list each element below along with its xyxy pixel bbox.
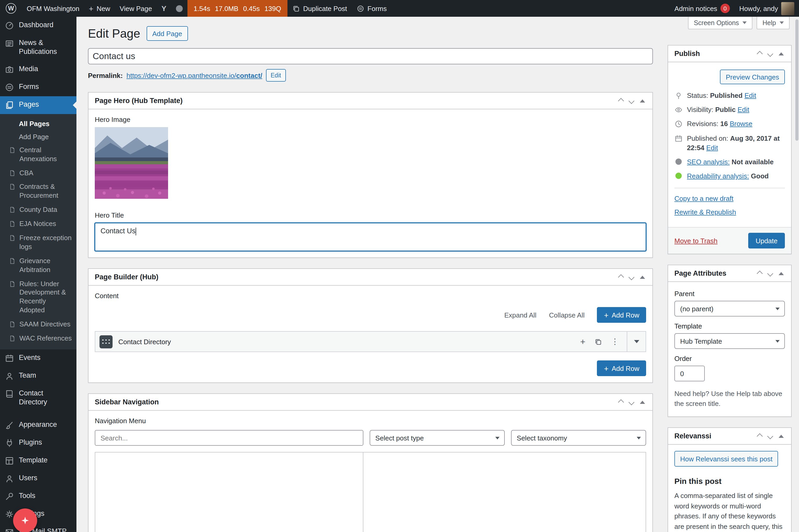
collapse-icon[interactable] — [779, 434, 784, 438]
parent-select[interactable]: (no parent) — [674, 301, 785, 317]
scrollbar-thumb[interactable] — [795, 19, 798, 141]
yoast-menu[interactable]: Y — [157, 0, 171, 17]
sidebar-item-page[interactable]: Grievance Arbitration — [0, 254, 76, 277]
kebab-menu-icon[interactable]: ⋮ — [611, 337, 619, 346]
view-page-link[interactable]: View Page — [115, 0, 157, 17]
sidebar-item-contact-directory[interactable]: Contact Directory — [0, 385, 76, 411]
sidebar-item-page[interactable]: EJA Notices — [0, 217, 76, 231]
my-account-menu[interactable]: Howdy, andy — [734, 0, 799, 17]
available-items-pane[interactable] — [95, 453, 363, 532]
sidebar-item-page[interactable]: County Data — [0, 203, 76, 217]
status-dot-menu[interactable] — [171, 0, 187, 17]
sidebar-item-add-page[interactable]: Add Page — [0, 130, 76, 143]
post-type-select[interactable]: Select post type — [370, 430, 505, 446]
collapse-icon[interactable] — [640, 99, 645, 102]
forms-menu[interactable]: Forms — [352, 0, 392, 17]
order-input[interactable] — [674, 366, 705, 382]
sidebar-item-page[interactable]: Rules: Under Development & Recently Adop… — [0, 277, 76, 318]
move-down-icon[interactable] — [629, 274, 635, 280]
query-monitor-stats[interactable]: 1.54s 17.0MB 0.45s 139Q — [187, 0, 288, 17]
add-page-button[interactable]: Add Page — [147, 26, 188, 41]
sidebar-item-forms[interactable]: Forms — [0, 78, 76, 96]
move-up-icon[interactable] — [757, 270, 763, 277]
site-name[interactable]: OFM Washington — [22, 0, 84, 17]
sidebar-item-page[interactable]: Contracts & Procurement — [0, 180, 76, 203]
permalink-link[interactable]: https://dev-ofm2-wp.pantheonsite.io/cont… — [126, 71, 262, 79]
sidebar-item-all-pages[interactable]: All Pages — [0, 117, 76, 130]
sidebar-item-plugins[interactable]: Plugins — [0, 434, 76, 452]
help-button[interactable]: Help — [757, 17, 789, 29]
add-row-button[interactable]: +Add Row — [597, 360, 646, 376]
duplicate-post-menu[interactable]: Duplicate Post — [288, 0, 352, 17]
drag-handle-icon[interactable] — [99, 335, 113, 348]
how-relevanssi-sees-button[interactable]: How Relevanssi sees this post — [674, 451, 778, 467]
sidebar-item-appearance[interactable]: Appearance — [0, 416, 76, 434]
sidebar-item-label: Central Annexations — [19, 146, 72, 164]
collapse-all-link[interactable]: Collapse All — [549, 311, 585, 319]
move-up-icon[interactable] — [757, 51, 763, 57]
sidebar-item-wp-mail-smtp[interactable]: WP Mail SMTP — [0, 523, 76, 532]
chat-bubble[interactable] — [13, 509, 37, 532]
new-content-menu[interactable]: +New — [84, 0, 115, 17]
sidebar-item-page[interactable]: CBA — [0, 166, 76, 180]
collapse-icon[interactable] — [640, 276, 645, 279]
browse-revisions-link[interactable]: Browse — [730, 120, 752, 128]
navigation-menu-label: Navigation Menu — [95, 417, 646, 425]
move-to-trash-link[interactable]: Move to Trash — [674, 237, 718, 245]
hero-image-thumbnail[interactable] — [95, 127, 168, 199]
template-select[interactable]: Hub Template — [674, 334, 785, 349]
selected-items-pane[interactable] — [363, 453, 646, 532]
collapse-icon[interactable] — [779, 52, 784, 55]
edit-visibility-link[interactable]: Edit — [738, 106, 749, 114]
sidebar-item-page[interactable]: Central Annexations — [0, 143, 76, 166]
move-down-icon[interactable] — [767, 433, 773, 439]
collapse-icon[interactable] — [640, 400, 645, 403]
move-up-icon[interactable] — [757, 433, 763, 439]
sidebar-item-page[interactable]: SAAM Directives — [0, 318, 76, 331]
sidebar-item-tools[interactable]: Tools — [0, 487, 76, 505]
seo-analysis-link[interactable]: SEO analysis: — [687, 158, 730, 166]
sidebar-item-pages[interactable]: Pages — [0, 96, 76, 114]
preview-changes-button[interactable]: Preview Changes — [720, 70, 785, 84]
post-title-input[interactable] — [88, 48, 653, 64]
copy-to-new-draft-link[interactable]: Copy to a new draft — [674, 195, 733, 203]
move-down-icon[interactable] — [767, 51, 773, 57]
edit-date-link[interactable]: Edit — [706, 144, 718, 152]
permalink-edit-button[interactable]: Edit — [266, 69, 286, 82]
screen-options-button[interactable]: Screen Options — [688, 17, 752, 29]
page-icon — [9, 183, 16, 191]
sidebar-item-events[interactable]: Events — [0, 349, 76, 367]
move-down-icon[interactable] — [629, 98, 635, 104]
layout-icon — [5, 456, 14, 465]
sidebar-item-users[interactable]: Users — [0, 470, 76, 487]
sidebar-item-page[interactable]: Freeze exception logs — [0, 231, 76, 254]
hero-title-textarea[interactable]: Contact Us — [95, 223, 646, 251]
add-layout-icon[interactable]: + — [580, 337, 585, 346]
readability-analysis-link[interactable]: Readability analysis: — [687, 172, 749, 180]
sidebar-item-news-publications[interactable]: News & Publications — [0, 35, 76, 61]
search-input[interactable] — [95, 430, 363, 446]
admin-notices-menu[interactable]: Admin notices0 — [670, 0, 734, 17]
sidebar-item-template[interactable]: Template — [0, 452, 76, 470]
move-down-icon[interactable] — [767, 270, 773, 277]
wordpress-menu[interactable]: W — [0, 0, 22, 17]
move-up-icon[interactable] — [618, 399, 624, 405]
sidebar-item-settings[interactable]: Settings — [0, 505, 76, 523]
brush-icon — [5, 420, 14, 430]
expand-all-link[interactable]: Expand All — [504, 311, 537, 319]
sidebar-item-team[interactable]: Team — [0, 367, 76, 385]
add-row-button[interactable]: +Add Row — [597, 307, 646, 323]
duplicate-row-icon[interactable] — [594, 338, 602, 345]
move-down-icon[interactable] — [629, 399, 635, 405]
collapse-icon[interactable] — [779, 272, 784, 275]
edit-status-link[interactable]: Edit — [745, 92, 756, 99]
taxonomy-select[interactable]: Select taxonomy — [511, 430, 646, 446]
rewrite-republish-link[interactable]: Rewrite & Republish — [674, 208, 736, 216]
sidebar-item-page[interactable]: WAC References — [0, 331, 76, 346]
sidebar-item-media[interactable]: Media — [0, 61, 76, 78]
move-up-icon[interactable] — [618, 98, 624, 104]
move-up-icon[interactable] — [618, 274, 624, 280]
row-toggle[interactable] — [627, 331, 646, 352]
update-button[interactable]: Update — [748, 233, 785, 249]
sidebar-item-dashboard[interactable]: Dashboard — [0, 17, 76, 35]
